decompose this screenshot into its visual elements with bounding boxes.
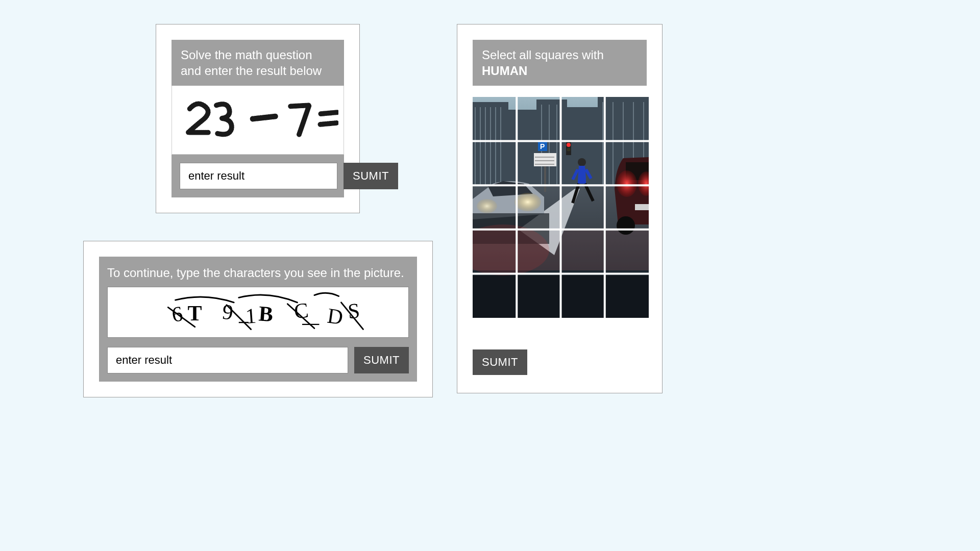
grid-tile[interactable] <box>606 97 649 139</box>
image-instruction-line1: Select all squares with <box>482 47 638 63</box>
math-instruction-line2: and enter the result below <box>181 63 335 79</box>
svg-text:9: 9 <box>221 300 234 324</box>
grid-tile[interactable] <box>517 276 559 318</box>
math-input-area: SUMIT <box>172 155 344 197</box>
svg-text:C: C <box>292 298 309 323</box>
grid-tile[interactable] <box>562 186 604 229</box>
grid-tile[interactable] <box>606 142 649 184</box>
grid-tile[interactable] <box>473 186 515 229</box>
grid-tile[interactable] <box>473 231 515 273</box>
math-instruction: Solve the math question and enter the re… <box>172 40 344 86</box>
math-result-input[interactable] <box>180 163 337 189</box>
grid-tile[interactable] <box>517 97 559 139</box>
grid-tile[interactable] <box>517 142 559 184</box>
grid-tile[interactable] <box>562 97 604 139</box>
grid-tile[interactable] <box>473 142 515 184</box>
grid-tile[interactable] <box>562 142 604 184</box>
grid-tile[interactable] <box>562 276 604 318</box>
grid-tile[interactable] <box>517 231 559 273</box>
text-instruction: To continue, type the characters you see… <box>107 265 409 281</box>
grid-tile[interactable] <box>606 276 649 318</box>
image-submit-wrap: SUMIT <box>473 349 647 375</box>
math-submit-button[interactable]: SUMIT <box>344 163 398 189</box>
math-instruction-line1: Solve the math question <box>181 47 335 63</box>
grid-tile[interactable] <box>517 186 559 229</box>
svg-text:S: S <box>347 299 360 323</box>
svg-text:B: B <box>258 302 274 327</box>
handwriting-icon <box>177 91 338 147</box>
math-challenge-image <box>172 86 344 155</box>
image-captcha-card: Select all squares with HUMAN <box>457 24 663 393</box>
text-challenge-image: 6 T 9 1 B C D S <box>107 287 409 338</box>
svg-text:D: D <box>326 304 344 330</box>
svg-text:1: 1 <box>244 304 257 328</box>
image-submit-button[interactable]: SUMIT <box>473 349 527 375</box>
svg-text:6: 6 <box>170 302 184 327</box>
math-captcha-card: Solve the math question and enter the re… <box>156 24 360 213</box>
text-captcha-panel: To continue, type the characters you see… <box>99 257 417 382</box>
grid-tile[interactable] <box>473 276 515 318</box>
text-captcha-card: To continue, type the characters you see… <box>83 241 433 397</box>
grid-tile[interactable] <box>606 186 649 229</box>
grid-tile[interactable] <box>473 97 515 139</box>
svg-text:T: T <box>187 302 202 325</box>
text-result-input[interactable] <box>107 347 348 373</box>
image-instruction-line2: HUMAN <box>482 63 638 79</box>
text-submit-button[interactable]: SUMIT <box>354 347 409 373</box>
grid-tile[interactable] <box>562 231 604 273</box>
distorted-text-icon: 6 T 9 1 B C D S <box>120 290 396 334</box>
image-instruction: Select all squares with HUMAN <box>473 40 647 86</box>
image-grid <box>473 97 649 318</box>
grid-tile[interactable] <box>606 231 649 273</box>
image-grid-wrap: P <box>473 97 647 318</box>
